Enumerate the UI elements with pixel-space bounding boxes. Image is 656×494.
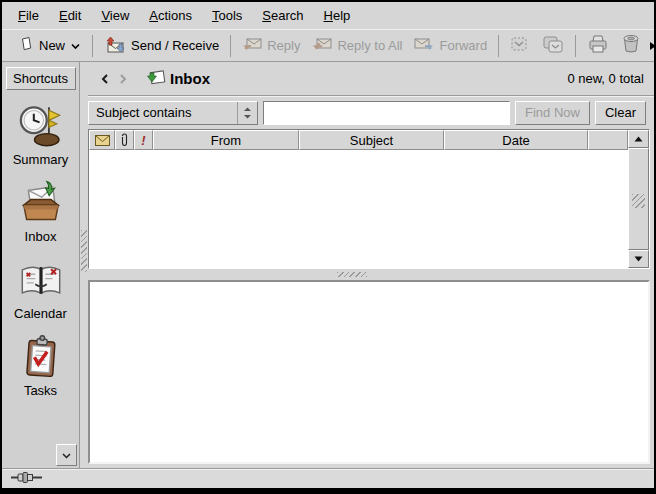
reply-to-all-icon xyxy=(312,36,332,55)
column-attachment[interactable] xyxy=(115,130,134,150)
toolbar-separator xyxy=(92,35,93,57)
shortcuts-group-button[interactable]: Shortcuts xyxy=(6,67,76,90)
sidebar-item-label: Calendar xyxy=(14,306,67,321)
message-preview-pane[interactable] xyxy=(88,280,650,464)
menu-search[interactable]: Search xyxy=(252,4,313,27)
preview-splitter[interactable] xyxy=(88,269,654,280)
toolbar-separator xyxy=(498,35,499,57)
column-filler xyxy=(588,130,628,150)
paperclip-icon xyxy=(120,133,129,147)
reply-to-all-label: Reply to All xyxy=(337,38,402,53)
chevron-down-icon xyxy=(61,448,72,463)
tasks-clipboard-icon xyxy=(18,334,64,380)
send-receive-icon xyxy=(104,36,126,56)
reply-button[interactable]: Reply xyxy=(236,32,306,59)
scroll-up-button[interactable] xyxy=(628,130,649,148)
menu-file[interactable]: File xyxy=(8,4,49,27)
message-list-header: ! From Subject Date xyxy=(89,130,628,150)
menu-help[interactable]: Help xyxy=(314,4,361,27)
importance-icon: ! xyxy=(141,133,145,148)
sidebar-item-label: Summary xyxy=(13,152,69,167)
copy-message-button[interactable] xyxy=(536,31,570,60)
trash-icon xyxy=(621,34,641,57)
forward-button[interactable]: Forward xyxy=(408,32,493,59)
message-list-columns: ! From Subject Date xyxy=(89,130,628,268)
sidebar-item-inbox[interactable]: Inbox xyxy=(2,180,79,244)
move-message-icon xyxy=(510,35,530,56)
copy-message-icon xyxy=(542,35,564,56)
forward-label: Forward xyxy=(439,38,487,53)
search-input[interactable] xyxy=(263,101,510,125)
toolbar-overflow-icon[interactable] xyxy=(647,39,656,53)
folder-message-count: 0 new, 0 total xyxy=(567,71,646,86)
sidebar-item-summary[interactable]: Summary xyxy=(2,103,79,167)
search-criteria-value: Subject contains xyxy=(96,105,191,120)
envelope-icon xyxy=(95,135,110,146)
folder-title: Inbox xyxy=(170,70,210,87)
reply-label: Reply xyxy=(267,38,300,53)
toolbar-separator xyxy=(575,35,576,57)
toolbar: New Send / Receive Reply xyxy=(2,29,654,62)
column-subject[interactable]: Subject xyxy=(299,130,444,150)
column-from[interactable]: From xyxy=(153,130,299,150)
message-list-body[interactable] xyxy=(89,150,628,268)
nav-forward-icon xyxy=(118,73,128,85)
find-now-button[interactable]: Find Now xyxy=(515,101,590,125)
nav-back-icon xyxy=(100,73,110,85)
menu-edit[interactable]: Edit xyxy=(49,4,91,27)
print-icon xyxy=(587,34,609,57)
calendar-book-icon xyxy=(18,257,64,303)
shortcut-bar-scroll-down-button[interactable] xyxy=(56,444,77,466)
nav-forward-button[interactable] xyxy=(114,69,132,89)
message-list-scrollbar[interactable] xyxy=(628,130,649,268)
send-receive-button[interactable]: Send / Receive xyxy=(98,32,225,60)
scrollbar-thumb[interactable] xyxy=(628,148,649,250)
splitter-grip xyxy=(81,230,87,272)
search-bar: Subject contains Find Now Clear xyxy=(88,96,654,129)
menu-actions[interactable]: Actions xyxy=(139,4,202,27)
message-list: ! From Subject Date xyxy=(88,129,650,269)
menu-view[interactable]: View xyxy=(91,4,139,27)
status-bar xyxy=(2,468,654,488)
reply-to-all-button[interactable]: Reply to All xyxy=(306,32,408,59)
toolbar-separator xyxy=(230,35,231,57)
sidebar-splitter[interactable] xyxy=(80,62,88,468)
move-message-button[interactable] xyxy=(504,31,536,60)
sidebar-item-label: Tasks xyxy=(24,383,57,398)
forward-icon xyxy=(414,36,434,55)
arrow-up-icon xyxy=(634,136,643,142)
column-importance[interactable]: ! xyxy=(134,130,153,150)
online-plug-icon[interactable] xyxy=(10,471,44,487)
content-area: Inbox 0 new, 0 total Subject contains Fi… xyxy=(88,62,654,468)
splitter-grip xyxy=(337,272,367,277)
scrollbar-grip xyxy=(632,194,645,208)
shortcut-bar: Shortcuts Summary xyxy=(2,62,80,468)
new-button-label: New xyxy=(39,38,65,53)
search-criteria-dropdown[interactable]: Subject contains xyxy=(88,101,258,125)
nav-back-button[interactable] xyxy=(96,69,114,89)
scroll-down-button[interactable] xyxy=(628,250,649,268)
print-button[interactable] xyxy=(581,30,615,61)
new-document-icon xyxy=(18,36,34,55)
main-area: Shortcuts Summary xyxy=(2,62,654,468)
new-button[interactable]: New xyxy=(12,32,87,59)
chevron-down-icon xyxy=(70,38,81,53)
send-receive-label: Send / Receive xyxy=(131,38,219,53)
sidebar-item-label: Inbox xyxy=(25,229,57,244)
reply-icon xyxy=(242,36,262,55)
summary-clock-icon xyxy=(18,103,64,149)
menu-bar: File Edit View Actions Tools Search Help xyxy=(2,2,654,29)
inbox-folder-icon xyxy=(146,68,166,89)
column-message-status[interactable] xyxy=(89,130,115,150)
combo-updown-icon xyxy=(237,102,257,124)
menu-tools[interactable]: Tools xyxy=(202,4,252,27)
column-date[interactable]: Date xyxy=(444,130,588,150)
trash-button[interactable] xyxy=(615,30,647,61)
folder-header: Inbox 0 new, 0 total xyxy=(88,62,654,96)
sidebar-item-calendar[interactable]: Calendar xyxy=(2,257,79,321)
arrow-down-icon xyxy=(634,256,643,262)
sidebar-item-tasks[interactable]: Tasks xyxy=(2,334,79,398)
clear-button[interactable]: Clear xyxy=(595,101,646,125)
inbox-tray-icon xyxy=(18,180,64,226)
